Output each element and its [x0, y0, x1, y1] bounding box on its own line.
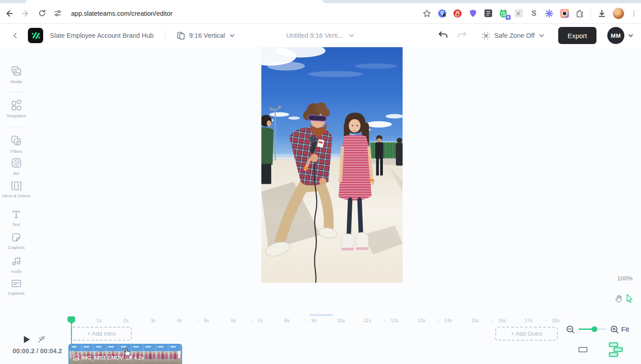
- ruler-tick: 5s: [204, 318, 209, 323]
- add-outro-button[interactable]: + Add Outro: [495, 327, 558, 341]
- slate-logo[interactable]: [28, 28, 43, 43]
- aspect-ratio-icon: [177, 31, 185, 40]
- bookmark-star-icon[interactable]: [422, 9, 431, 18]
- header-divider: [165, 30, 166, 41]
- safe-zone-icon[interactable]: [482, 31, 490, 40]
- browser-profile-avatar[interactable]: [613, 8, 624, 19]
- redo-icon[interactable]: [457, 31, 467, 40]
- chevron-down-icon[interactable]: [628, 32, 634, 39]
- sidebar-item-media[interactable]: Media: [0, 66, 32, 84]
- asterisk-extension-icon[interactable]: [545, 9, 554, 18]
- ruler-tick: 8s: [284, 318, 290, 323]
- video-frame-content: [261, 47, 403, 283]
- safe-zone-label[interactable]: Safe Zone Off: [494, 32, 535, 39]
- extension-badge: 6: [505, 14, 511, 20]
- playhead-handle[interactable]: [67, 316, 75, 322]
- media-icon: [10, 66, 22, 77]
- audio-icon: [11, 256, 22, 266]
- filters-icon: [10, 135, 22, 146]
- chevron-down-icon[interactable]: [349, 32, 355, 39]
- ruler-tick: 11s: [364, 318, 372, 323]
- templates-icon: [11, 100, 22, 111]
- export-button[interactable]: Export: [558, 27, 596, 44]
- text-icon: [11, 209, 22, 220]
- ruler-tick: 4s: [177, 318, 182, 323]
- canvas-zoom-level: 100%: [617, 275, 633, 282]
- browser-reload-icon[interactable]: [38, 9, 46, 18]
- ruler-tick: 2s: [123, 318, 129, 323]
- ruler-tick: 16s: [498, 318, 506, 323]
- ruler-tick: 13s: [417, 318, 426, 323]
- play-button[interactable]: [23, 335, 31, 344]
- clip-name: IMG_6853 2.MOV: [81, 355, 123, 360]
- user-avatar[interactable]: MM: [607, 27, 624, 44]
- sidebar-divider: [9, 92, 23, 93]
- sidebar-divider: [9, 127, 23, 127]
- sidebar-item-audio[interactable]: Audio: [0, 256, 32, 274]
- intros-outros-icon: [10, 181, 22, 191]
- multitrack-view-toggle[interactable]: [608, 342, 623, 358]
- downloads-icon[interactable]: [597, 9, 606, 18]
- password-manager-extension-icon[interactable]: [438, 9, 447, 18]
- ratio-selector-label[interactable]: 9:16 Vertical: [189, 32, 225, 39]
- document-extension-icon[interactable]: [484, 9, 493, 18]
- s-extension-icon[interactable]: S: [529, 9, 538, 18]
- select-cursor-icon[interactable]: [626, 294, 634, 303]
- ruler-tick: 7s: [257, 318, 263, 323]
- extensions-puzzle-icon[interactable]: [575, 9, 584, 18]
- ruler-tick: 9s: [311, 318, 317, 323]
- image-icon: [73, 355, 79, 360]
- background-icon: [11, 157, 22, 169]
- ruler-tick: 18s: [551, 318, 560, 323]
- editor-header: Slate Employee Account Brand Hub 9:16 Ve…: [0, 24, 641, 47]
- sidebar-item-templates[interactable]: Templates: [0, 100, 32, 119]
- graphics-icon: [11, 232, 22, 243]
- ruler-tick: 14s: [444, 318, 452, 323]
- clip-duration: 4.2s: [134, 355, 144, 360]
- simple-view-toggle[interactable]: [578, 347, 587, 352]
- chevron-down-icon[interactable]: [229, 32, 235, 39]
- timeline-scrollbar[interactable]: [309, 314, 333, 316]
- timeline-fit-button[interactable]: Fit: [621, 325, 629, 333]
- browser-back-icon[interactable]: [4, 9, 13, 18]
- shield-extension-icon[interactable]: [468, 9, 477, 18]
- mouse-hand-cursor: [122, 346, 131, 357]
- add-intro-button[interactable]: + Add Intro: [71, 327, 132, 341]
- browser-toolbar: app.slateteams.com/creation/editor 6 K S: [0, 0, 641, 24]
- sidebar-item-text[interactable]: Text: [0, 209, 32, 227]
- sidebar-item-intros-outros[interactable]: Intros & Outros: [0, 181, 32, 199]
- ruler-tick: 1s: [96, 318, 102, 323]
- workspace-title: Slate Employee Account Brand Hub: [50, 32, 154, 39]
- timer-extension-icon[interactable]: 6: [499, 9, 508, 18]
- browser-menu-icon[interactable]: ⋮: [631, 10, 637, 17]
- playhead-line[interactable]: [71, 320, 72, 364]
- undo-icon[interactable]: [438, 31, 448, 40]
- ruler-tick: 10s: [337, 318, 345, 323]
- back-chevron-icon[interactable]: [12, 32, 19, 39]
- sidebar-item-filters[interactable]: Filters: [0, 135, 32, 154]
- ruler-tick: 12s: [390, 318, 399, 323]
- clip-trim-handle-right[interactable]: [178, 351, 180, 359]
- timeline-zoom-slider-knob[interactable]: [592, 326, 597, 332]
- project-title[interactable]: Untitled 9:16 Verti...: [286, 32, 343, 39]
- url-bar[interactable]: app.slateteams.com/creation/editor: [71, 10, 173, 17]
- hand-tool-icon[interactable]: [614, 294, 623, 303]
- sidebar-item-bg[interactable]: BG: [0, 157, 32, 176]
- time-display: 00:00.2 / 00:04.2: [13, 347, 62, 355]
- site-settings-icon[interactable]: [54, 9, 62, 17]
- ad-blocker-extension-icon[interactable]: [453, 9, 462, 18]
- video-preview[interactable]: [261, 47, 403, 283]
- k-extension-icon[interactable]: K: [514, 9, 523, 18]
- camera-extension-icon[interactable]: [560, 9, 569, 18]
- browser-active-tab[interactable]: [25, 0, 324, 3]
- sidebar-item-captions[interactable]: Captions: [0, 279, 32, 296]
- sidebar-item-graphics[interactable]: Graphics: [0, 232, 32, 250]
- captions-icon: [11, 279, 22, 289]
- chevron-down-icon[interactable]: [538, 32, 545, 39]
- timeline-zoom-out-icon[interactable]: [566, 325, 575, 334]
- toolbar-separator: [591, 9, 591, 18]
- timeline-zoom-in-icon[interactable]: [610, 325, 619, 334]
- browser-forward-icon[interactable]: [21, 9, 30, 18]
- audio-mute-toggle-icon[interactable]: [37, 334, 46, 344]
- ruler-tick: 6s: [231, 318, 236, 323]
